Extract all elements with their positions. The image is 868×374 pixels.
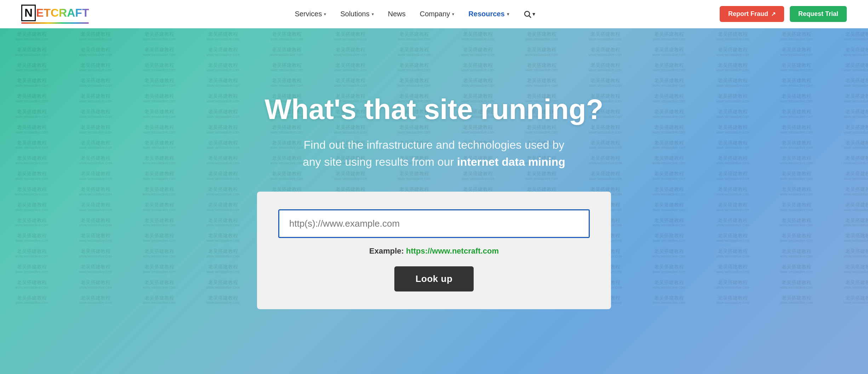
services-caret: ▾	[324, 12, 326, 17]
nav-solutions[interactable]: Solutions ▾	[340, 10, 373, 18]
logo-rest-text: ETCRAFT	[36, 6, 89, 19]
nav-resources[interactable]: Resources ▾	[468, 10, 509, 18]
url-input[interactable]	[278, 209, 590, 238]
nav-news[interactable]: News	[388, 10, 406, 18]
company-caret: ▾	[452, 12, 454, 17]
resources-caret: ▾	[507, 12, 509, 17]
external-link-icon: ↗	[771, 11, 776, 17]
search-icon[interactable]: ▾	[523, 10, 535, 18]
search-card: Example: https://www.netcraft.com Look u…	[257, 192, 611, 309]
report-fraud-button[interactable]: Report Fraud ↗	[720, 6, 784, 22]
request-trial-button[interactable]: Request Trial	[790, 6, 847, 22]
hero-title: What's that site running?	[257, 93, 611, 126]
logo-underline	[21, 22, 89, 24]
navbar: N ETCRAFT Services ▾ Solutions ▾ News Co…	[0, 0, 868, 28]
logo-n-letter: N	[24, 6, 33, 19]
url-input-wrapper	[278, 209, 590, 238]
example-text: Example: https://www.netcraft.com	[278, 246, 590, 256]
search-caret: ▾	[532, 11, 535, 17]
lookup-button[interactable]: Look up	[394, 266, 474, 291]
hero-subtitle: Find out the infrastructure and technolo…	[257, 136, 611, 170]
example-link[interactable]: https://www.netcraft.com	[406, 246, 499, 255]
navbar-nav: Services ▾ Solutions ▾ News Company ▾ Re…	[110, 10, 720, 18]
svg-line-1	[529, 16, 531, 18]
nav-company[interactable]: Company ▾	[420, 10, 455, 18]
hero-content: What's that site running? Find out the i…	[243, 93, 625, 309]
svg-point-0	[525, 11, 530, 16]
logo[interactable]: N ETCRAFT	[21, 5, 89, 24]
navbar-actions: Report Fraud ↗ Request Trial	[720, 6, 847, 22]
solutions-caret: ▾	[372, 12, 374, 17]
hero-section: (function() { const container = document…	[0, 28, 868, 374]
nav-services[interactable]: Services ▾	[295, 10, 326, 18]
